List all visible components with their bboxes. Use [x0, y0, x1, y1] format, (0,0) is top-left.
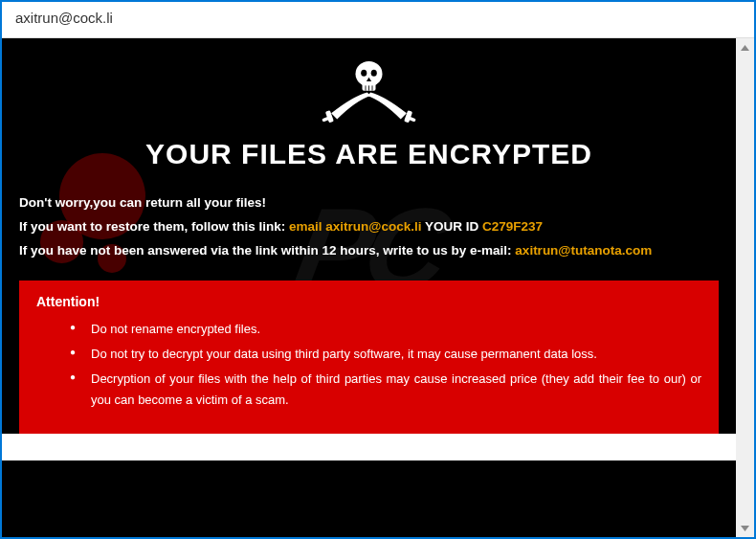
- ransom-content: PC risk.com: [2, 38, 736, 537]
- window-title: axitrun@cock.li: [15, 10, 113, 26]
- list-item: Decryption of your files with the help o…: [70, 369, 701, 411]
- contact-email-1: email axitrun@cock.li: [289, 219, 421, 234]
- vertical-scrollbar[interactable]: [736, 38, 754, 537]
- contact-email-2: axitrun@tutanota.com: [515, 243, 652, 258]
- scroll-down-arrow-icon[interactable]: [736, 519, 754, 537]
- scroll-track[interactable]: [736, 56, 754, 519]
- attention-box: Attention! Do not rename encrypted files…: [19, 281, 719, 434]
- scroll-up-arrow-icon[interactable]: [736, 38, 754, 56]
- list-item: Do not rename encrypted files.: [70, 319, 701, 340]
- info-line-2a: If you want to restore them, follow this…: [19, 219, 289, 234]
- bottom-whitespace: [2, 434, 736, 460]
- headline-text: YOUR FILES ARE ENCRYPTED: [2, 138, 736, 170]
- body-area: PC risk.com: [2, 38, 754, 537]
- victim-id: C279F237: [482, 219, 543, 234]
- info-line-2b: YOUR ID: [422, 219, 483, 234]
- list-item: Do not try to decrypt your data using th…: [70, 344, 701, 365]
- window-titlebar: axitrun@cock.li: [2, 2, 754, 38]
- skull-crossbones-icon: [2, 50, 736, 130]
- attention-list: Do not rename encrypted files. Do not tr…: [36, 319, 701, 411]
- info-line-3a: If you have not been answered via the li…: [19, 243, 515, 258]
- svg-rect-9: [404, 110, 412, 123]
- svg-point-2: [361, 70, 367, 77]
- info-line-3: If you have not been answered via the li…: [19, 239, 719, 263]
- info-line-2: If you want to restore them, follow this…: [19, 215, 719, 239]
- attention-title: Attention!: [36, 294, 701, 309]
- info-line-1: Don't worry,you can return all your file…: [19, 191, 719, 215]
- svg-rect-8: [325, 110, 334, 123]
- svg-point-3: [371, 70, 377, 77]
- info-block: Don't worry,you can return all your file…: [2, 170, 736, 281]
